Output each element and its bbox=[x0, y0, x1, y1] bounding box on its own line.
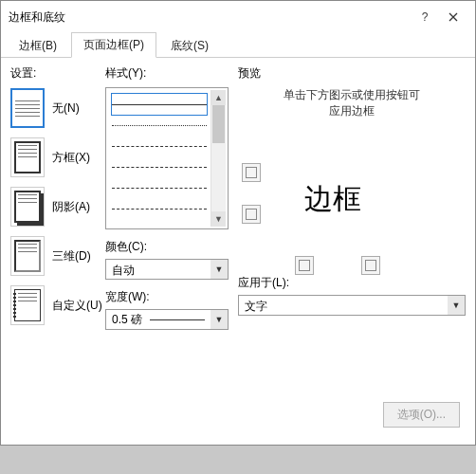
width-label: 宽度(W): bbox=[105, 289, 229, 305]
setting-box-label: 方框(X) bbox=[52, 150, 90, 166]
setting-none-icon bbox=[10, 88, 45, 128]
style-item-solid[interactable] bbox=[112, 94, 207, 115]
style-listbox[interactable]: ▲ ▼ bbox=[105, 87, 229, 229]
applyto-combo[interactable]: 文字 ▼ bbox=[238, 295, 466, 316]
width-value: 0.5 磅 bbox=[112, 312, 142, 328]
setting-custom[interactable]: 自定义(U) bbox=[10, 284, 105, 326]
scroll-thumb[interactable] bbox=[212, 105, 225, 143]
setting-shadow[interactable]: 阴影(A) bbox=[10, 186, 105, 228]
applyto-label: 应用于(L): bbox=[238, 275, 466, 291]
titlebar: 边框和底纹 ? bbox=[1, 1, 475, 33]
setting-box[interactable]: 方框(X) bbox=[10, 137, 105, 178]
settings-label: 设置: bbox=[10, 65, 105, 82]
style-item-dash[interactable] bbox=[112, 156, 207, 177]
tab-bar: 边框(B) 页面边框(P) 底纹(S) bbox=[1, 33, 475, 58]
border-bottom-toggle[interactable] bbox=[242, 205, 261, 224]
borders-shading-dialog: 边框和底纹 ? 边框(B) 页面边框(P) 底纹(S) 设置: 无(N) 方框(… bbox=[0, 0, 476, 446]
style-scrollbar[interactable]: ▲ ▼ bbox=[211, 90, 226, 227]
setting-3d-label: 三维(D) bbox=[52, 248, 91, 264]
tab-borders[interactable]: 边框(B) bbox=[7, 33, 69, 58]
preview-sample-text: 边框 bbox=[304, 180, 361, 219]
color-label: 颜色(C): bbox=[105, 239, 229, 255]
tab-shading[interactable]: 底纹(S) bbox=[158, 33, 221, 58]
setting-box-icon bbox=[10, 137, 45, 177]
dialog-body: 设置: 无(N) 方框(X) 阴影(A) 三维(D) 自定义(U) bbox=[1, 58, 475, 445]
setting-custom-label: 自定义(U) bbox=[52, 298, 102, 314]
tab-page-border[interactable]: 页面边框(P) bbox=[71, 32, 156, 58]
border-right-toggle[interactable] bbox=[361, 256, 380, 275]
preview-area: 边框 bbox=[238, 133, 466, 265]
preview-column: 预览 单击下方图示或使用按钮可 应用边框 边框 应用于(L): 文字 ▼ bbox=[229, 65, 466, 397]
setting-shadow-label: 阴影(A) bbox=[52, 199, 90, 215]
style-item-dotted[interactable] bbox=[112, 115, 207, 136]
window-controls: ? bbox=[411, 7, 467, 27]
close-button[interactable] bbox=[439, 7, 467, 27]
scroll-up-button[interactable]: ▲ bbox=[211, 90, 226, 105]
preview-label: 预览 bbox=[238, 65, 466, 82]
border-top-toggle[interactable] bbox=[242, 163, 261, 182]
setting-none-label: 无(N) bbox=[52, 100, 80, 117]
scroll-down-button[interactable]: ▼ bbox=[211, 211, 226, 227]
color-dropdown-button[interactable]: ▼ bbox=[211, 260, 228, 279]
options-button[interactable]: 选项(O)... bbox=[383, 402, 460, 428]
style-list-inner bbox=[108, 90, 211, 227]
border-left-toggle[interactable] bbox=[295, 256, 314, 275]
applyto-value: 文字 bbox=[239, 296, 448, 315]
style-item-dashdotdot[interactable] bbox=[112, 198, 207, 219]
preview-hint: 单击下方图示或使用按钮可 应用边框 bbox=[238, 87, 466, 119]
style-label: 样式(Y): bbox=[105, 65, 229, 82]
help-button[interactable]: ? bbox=[411, 7, 439, 27]
setting-3d-icon bbox=[10, 236, 45, 276]
style-column: 样式(Y): ▲ ▼ 颜色(C): 自动 ▼ bbox=[105, 65, 229, 397]
settings-column: 设置: 无(N) 方框(X) 阴影(A) 三维(D) 自定义(U) bbox=[10, 65, 105, 397]
dialog-title: 边框和底纹 bbox=[9, 9, 65, 26]
color-value: 自动 bbox=[106, 260, 211, 279]
applyto-dropdown-button[interactable]: ▼ bbox=[448, 296, 465, 315]
setting-custom-icon bbox=[10, 285, 45, 325]
setting-3d[interactable]: 三维(D) bbox=[10, 235, 105, 277]
setting-none[interactable]: 无(N) bbox=[10, 87, 105, 129]
style-item-dash-sm[interactable] bbox=[112, 136, 207, 156]
setting-shadow-icon bbox=[10, 187, 45, 227]
width-sample-line bbox=[150, 319, 205, 320]
width-dropdown-button[interactable]: ▼ bbox=[211, 310, 228, 329]
width-combo[interactable]: 0.5 磅 ▼ bbox=[105, 309, 229, 330]
style-item-dashdot[interactable] bbox=[112, 177, 207, 198]
color-combo[interactable]: 自动 ▼ bbox=[105, 259, 229, 280]
width-value-wrap: 0.5 磅 bbox=[106, 310, 211, 329]
